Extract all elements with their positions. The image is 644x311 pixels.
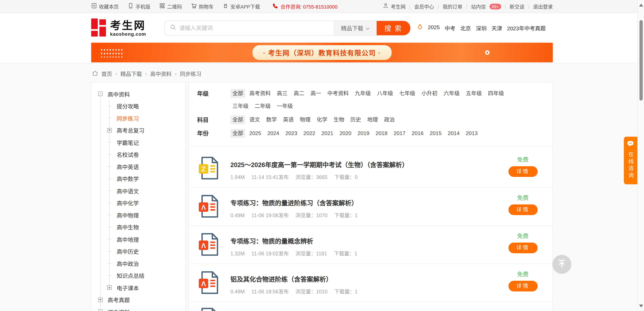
tree-node-toggle[interactable] — [107, 154, 114, 154]
filter-option[interactable]: 2019 — [356, 129, 372, 138]
tree-node-toggle[interactable] — [107, 118, 114, 118]
tree-node-toggle[interactable] — [98, 310, 105, 311]
filter-option[interactable]: 生物 — [332, 115, 346, 124]
search-input[interactable] — [180, 25, 334, 31]
sidebar-item[interactable]: 提分攻略 — [107, 100, 182, 112]
filter-option[interactable]: 2013 — [464, 129, 480, 138]
sidebar-item[interactable]: 高中地理 — [107, 233, 182, 245]
filter-option[interactable]: 英语 — [281, 115, 296, 124]
filter-option[interactable]: 高考资料 — [247, 89, 273, 98]
filter-option[interactable]: 2021 — [320, 129, 335, 138]
scrollbar-up-arrow[interactable] — [639, 4, 643, 6]
filter-option[interactable]: 2018 — [374, 129, 390, 138]
filter-option[interactable]: 数学 — [264, 115, 279, 124]
sidebar-item[interactable]: 高中历史 — [107, 245, 182, 257]
filter-option[interactable]: 2022 — [301, 129, 317, 138]
logout-link[interactable]: 退出登录 — [533, 3, 553, 10]
filter-option[interactable]: 三年级 — [230, 102, 250, 111]
cart-link[interactable]: 购物车 — [191, 3, 214, 10]
filter-option[interactable]: 中考资料 — [325, 89, 351, 98]
promo-banner[interactable]: · 考生网（深圳）教育科技有限公司 · — [91, 43, 553, 62]
carousel-indicator[interactable] — [485, 50, 490, 55]
tree-node-toggle[interactable] — [107, 178, 114, 179]
sidebar-item[interactable]: 高中政治 — [107, 257, 182, 270]
tree-node-toggle[interactable] — [107, 251, 114, 252]
tree-node-toggle[interactable] — [107, 106, 114, 106]
filter-option[interactable]: 地理 — [365, 115, 380, 124]
tree-node-toggle[interactable] — [107, 166, 114, 167]
scrollbar-down-arrow[interactable] — [639, 305, 643, 308]
sidebar-item-root[interactable]: 高中资料 — [98, 88, 182, 100]
filter-option[interactable]: 六年级 — [442, 89, 462, 98]
back-to-top-button[interactable] — [552, 255, 572, 274]
filter-option[interactable]: 2025 — [247, 129, 263, 138]
filter-option[interactable]: 政治 — [382, 115, 397, 124]
filter-option[interactable]: 2015 — [428, 129, 444, 138]
filter-option[interactable]: 高三 — [275, 89, 290, 98]
filter-option[interactable]: 物理 — [298, 115, 312, 124]
detail-button[interactable]: 详情 — [508, 166, 537, 177]
messages-link[interactable]: 站内信 99+ — [471, 3, 501, 10]
detail-button[interactable]: 详情 — [508, 204, 537, 215]
resource-title-link[interactable]: 专项练习：物质的量进阶练习（含答案解析） — [230, 198, 363, 207]
sidebar-item[interactable]: 电子课本 — [107, 282, 182, 294]
sidebar-item[interactable]: 同步练习 — [107, 112, 182, 124]
breadcrumb-home[interactable]: 首页 — [102, 70, 112, 78]
hot-link[interactable]: 北京 — [460, 24, 471, 32]
filter-option[interactable]: 九年级 — [353, 89, 373, 98]
filter-option[interactable]: 全部 — [230, 89, 245, 98]
hot-link[interactable]: 2023年中考真题 — [507, 24, 546, 32]
sidebar-item[interactable]: 高中化学 — [107, 197, 182, 209]
breadcrumb-downloads[interactable]: 精品下载 — [120, 70, 142, 78]
filter-option[interactable]: 高二 — [292, 89, 306, 98]
sidebar-item[interactable]: 高中生物 — [107, 221, 182, 233]
scrollbar-thumb[interactable] — [639, 20, 643, 100]
sidebar-item[interactable]: 知识点总结 — [107, 270, 182, 282]
tree-node-toggle[interactable] — [107, 142, 114, 142]
tree-node-toggle[interactable] — [107, 263, 114, 264]
filter-option[interactable]: 七年级 — [397, 89, 417, 98]
sidebar-item[interactable]: 高中英语 — [107, 161, 182, 173]
search-category-dropdown[interactable]: 精品下载 — [334, 21, 376, 35]
member-center-link[interactable]: 会员中心 — [414, 3, 434, 10]
resource-title-link[interactable]: 2025～2026年度高一第一学期期中考试（生物）（含答案解析） — [230, 160, 408, 169]
tree-node-toggle[interactable] — [98, 298, 105, 302]
resource-title-link[interactable]: 铝及其化合物进阶练（含答案解析） — [230, 274, 363, 283]
new-chat-link[interactable]: 新交谈 — [510, 3, 524, 10]
sidebar-item[interactable]: 初中资料 — [98, 306, 182, 311]
resource-title-link[interactable]: 专项练习：物质的量概念辨析 — [230, 236, 362, 245]
android-app-link[interactable]: 安卓APP下载 — [223, 3, 260, 10]
filter-option[interactable]: 一年级 — [275, 102, 295, 111]
sidebar-item[interactable]: 高中语文 — [107, 185, 182, 197]
filter-option[interactable]: 化学 — [315, 115, 330, 124]
filter-option[interactable]: 小升初 — [419, 89, 440, 98]
tree-node-toggle[interactable] — [107, 203, 114, 203]
online-consult-button[interactable]: 在线咨询 — [624, 137, 638, 184]
sidebar-item[interactable]: 名校试卷 — [107, 148, 182, 161]
filter-option[interactable]: 2024 — [265, 129, 281, 138]
tree-node-toggle[interactable] — [107, 227, 114, 227]
sidebar-item[interactable]: 学霸笔记 — [107, 136, 182, 148]
filter-option[interactable]: 2014 — [446, 129, 462, 138]
bookmark-page-link[interactable]: 收藏本页 — [91, 3, 119, 10]
tree-node-toggle[interactable] — [107, 128, 114, 133]
username-link[interactable]: 考生网 — [383, 3, 406, 10]
qr-code-link[interactable]: 二维码 — [160, 3, 182, 10]
tree-node-toggle[interactable] — [107, 285, 114, 290]
tree-node-toggle[interactable] — [107, 239, 114, 239]
detail-button[interactable]: 详情 — [508, 243, 537, 253]
sidebar-item[interactable]: 高中数学 — [107, 173, 182, 185]
tree-collapse-toggle[interactable] — [98, 92, 105, 96]
sidebar-item[interactable]: 高考总复习 — [107, 124, 182, 136]
filter-option[interactable]: 历史 — [348, 115, 363, 124]
hot-link[interactable]: 2025 — [428, 24, 440, 32]
filter-option[interactable]: 2017 — [392, 129, 408, 138]
search-button[interactable]: 搜 索 — [376, 21, 410, 35]
filter-option[interactable]: 全部 — [230, 129, 245, 138]
sidebar-item[interactable]: 高中物理 — [107, 209, 182, 221]
tree-node-toggle[interactable] — [107, 275, 114, 276]
hot-link[interactable]: 中考 — [445, 24, 456, 32]
sidebar-item[interactable]: 高考真题 — [98, 294, 182, 306]
breadcrumb-highschool[interactable]: 高中资料 — [150, 70, 172, 78]
my-orders-link[interactable]: 我的订单 — [443, 3, 462, 10]
